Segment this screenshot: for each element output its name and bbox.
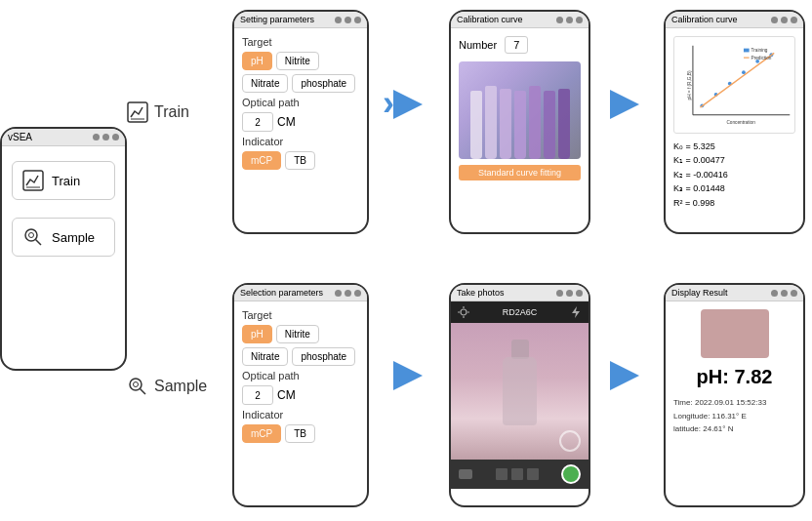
svg-text:Prediction: Prediction: [751, 56, 772, 60]
sel-nitrate-btn[interactable]: Nitrate: [242, 347, 288, 366]
target-btn-group1: pH Nitrite: [242, 52, 359, 70]
indicator-btn-group: mCP TB: [242, 151, 359, 170]
std-curve-btn[interactable]: Standard curve fitting: [459, 165, 581, 180]
mode-icon-1[interactable]: [496, 468, 508, 480]
calib-body: Number 7 Standard curve fitting: [451, 28, 589, 188]
train-flow-label: Train: [127, 101, 189, 123]
train-label: Train: [52, 174, 80, 188]
svg-marker-11: [610, 90, 639, 119]
calib-result-phone: Calibration curve pH = f (R,G,B) Concent…: [664, 10, 805, 234]
sample-menu-btn[interactable]: Sample: [12, 218, 115, 257]
setting-params-title: Setting parameters: [240, 15, 314, 24]
target-btn-group2: Nitrate phosphate: [242, 74, 359, 93]
flash-icon[interactable]: [569, 305, 583, 319]
dot1: [556, 290, 563, 297]
vial-7: [558, 89, 570, 159]
calib-result-title: Calibration curve: [671, 15, 738, 24]
calib-result-body: pH = f (R,G,B) Concentration Training Pr…: [666, 28, 803, 218]
calib-header: Calibration curve: [451, 12, 589, 28]
train-flow-icon: [127, 101, 148, 123]
svg-marker-34: [572, 306, 580, 318]
tb-btn[interactable]: TB: [285, 151, 315, 170]
sel-optical-row: 2 CM: [242, 385, 359, 405]
calib-dots: [556, 17, 583, 23]
selection-params-phone: Selection parameters Target pH Nitrite N…: [232, 283, 369, 507]
dot2: [345, 17, 351, 23]
svg-line-24: [700, 53, 774, 107]
sample-label: Sample: [52, 230, 95, 245]
vial-1: [470, 91, 482, 159]
setting-params-phone: Setting parameters Target pH Nitrite Nit…: [232, 10, 369, 234]
sel-optical-value[interactable]: 2: [242, 385, 273, 405]
dot2: [781, 290, 788, 297]
sel-indicator-label: Indicator: [242, 409, 359, 421]
dot1: [335, 290, 342, 297]
arrow-train-2-svg: [605, 80, 654, 129]
svg-point-9: [134, 382, 139, 387]
result-body: pH: 7.82 Time: 2022.09.01 15:52:33 Longi…: [666, 301, 803, 444]
selection-title: Selection parameters: [240, 288, 323, 298]
arrow-train-1-svg: [388, 80, 437, 129]
sel-mcp-btn[interactable]: mCP: [242, 424, 281, 443]
svg-marker-13: [610, 361, 639, 390]
calib-result-header: Calibration curve: [666, 12, 803, 28]
vial-3: [500, 89, 511, 159]
k2-stat: K₂ = -0.00416: [673, 168, 795, 181]
nitrite-btn[interactable]: Nitrite: [276, 52, 319, 70]
sample-icon: [22, 226, 44, 248]
sel-target-group1: pH Nitrite: [242, 325, 359, 343]
sel-target-group2: Nitrate phosphate: [242, 347, 359, 366]
camera-body: RD2A6C: [451, 301, 589, 489]
vsea-body: Train Sample: [2, 146, 125, 271]
train-flow-text: Train: [154, 103, 189, 121]
arrow-sample-2-svg: [605, 351, 654, 400]
result-dots: [771, 17, 797, 23]
dot2: [781, 17, 788, 23]
chart-area: pH = f (R,G,B) Concentration Training Pr…: [673, 36, 795, 134]
dot3: [354, 290, 361, 297]
mcp-btn[interactable]: mCP: [242, 151, 281, 170]
color-swatch: [701, 309, 769, 358]
sel-phosphate-btn[interactable]: phosphate: [292, 347, 355, 366]
shutter-btn[interactable]: [561, 464, 581, 484]
selection-header: Selection parameters: [234, 285, 367, 301]
dot1: [556, 17, 563, 23]
take-photos-phone: Take photos RD2A6C: [449, 283, 590, 507]
take-dots: [556, 290, 583, 297]
r2-stat: R² = 0.998: [673, 196, 795, 210]
sel-nitrite-btn[interactable]: Nitrite: [276, 325, 319, 343]
time-stat: Time: 2022.09.01 15:52:33: [673, 396, 795, 410]
dot3: [576, 290, 583, 297]
mode-icon-3[interactable]: [527, 468, 539, 480]
nitrate-btn[interactable]: Nitrate: [242, 74, 288, 93]
vial-4: [514, 91, 526, 159]
mode-icon-2[interactable]: [511, 468, 523, 480]
number-value[interactable]: 7: [505, 36, 528, 54]
gallery-icon[interactable]: [459, 469, 472, 479]
ph-value: pH: 7.82: [673, 366, 795, 388]
bottle-neck: [511, 340, 529, 359]
svg-point-4: [29, 233, 34, 238]
timestamp-text: RD2A6C: [503, 307, 538, 317]
optical-path-label: Optical path: [242, 97, 359, 108]
settings-icon[interactable]: [457, 305, 470, 319]
sel-tb-btn[interactable]: TB: [285, 424, 315, 443]
train-menu-btn[interactable]: Train: [12, 161, 115, 200]
sample-flow-icon: [127, 376, 148, 397]
sel-ph-btn[interactable]: pH: [242, 325, 272, 343]
sel-optical-unit: CM: [277, 388, 296, 402]
dot2: [345, 290, 351, 297]
vsea-title: vSEA: [8, 132, 32, 142]
optical-value[interactable]: 2: [242, 112, 273, 132]
svg-text:Concentration: Concentration: [726, 120, 755, 125]
dot3: [112, 134, 119, 140]
dot1: [771, 290, 778, 297]
svg-line-8: [141, 389, 146, 395]
indicator-label: Indicator: [242, 136, 359, 147]
phosphate-btn[interactable]: phosphate: [292, 74, 355, 93]
vsea-phone-header: vSEA: [2, 129, 125, 146]
dot2: [566, 290, 573, 297]
svg-point-29: [461, 309, 467, 315]
dot1: [335, 17, 342, 23]
ph-btn[interactable]: pH: [242, 52, 272, 70]
